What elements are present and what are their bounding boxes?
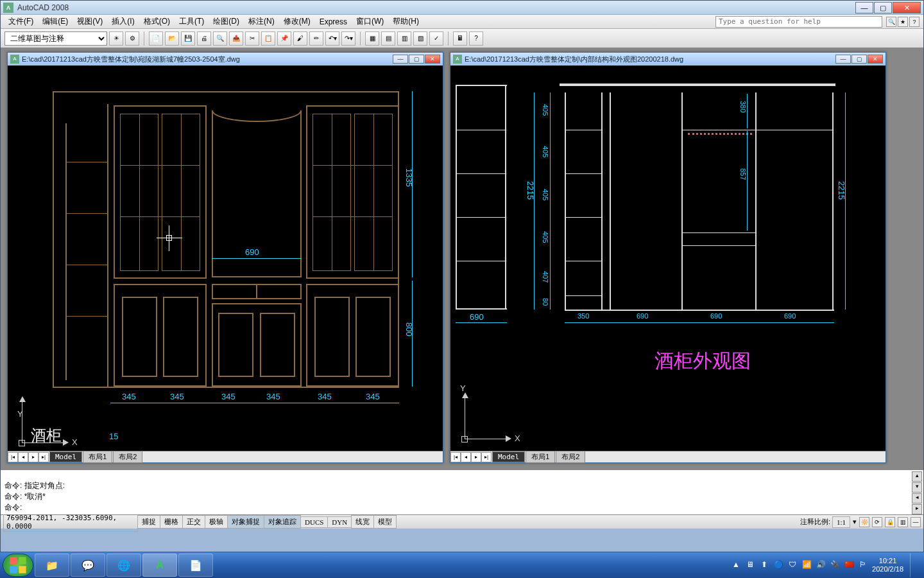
paste-icon[interactable]: 📌 xyxy=(277,31,291,46)
calc-icon[interactable]: 🖩 xyxy=(453,31,467,46)
doc2-max[interactable]: ▢ xyxy=(851,55,867,64)
tray-ime-icon[interactable]: 🇨🇳 xyxy=(844,560,854,570)
show-desktop-button[interactable] xyxy=(910,553,918,577)
menu-view[interactable]: 视图(V) xyxy=(73,15,107,28)
cmd-scroll-dn[interactable]: ▾ xyxy=(912,482,922,493)
otrack-toggle[interactable]: 对象追踪 xyxy=(264,515,301,529)
menu-edit[interactable]: 编辑(E) xyxy=(38,15,72,28)
preview-icon[interactable]: 🔍 xyxy=(213,31,227,46)
doc2-min[interactable]: — xyxy=(835,55,851,64)
tab2-layout2[interactable]: 布局2 xyxy=(556,451,585,463)
menu-modify[interactable]: 修改(M) xyxy=(280,15,314,28)
tab-first[interactable]: |◂ xyxy=(8,452,18,462)
sheetset-icon[interactable]: ▧ xyxy=(413,31,427,46)
menu-format[interactable]: 格式(O) xyxy=(140,15,174,28)
dyn-toggle[interactable]: DYN xyxy=(327,516,352,528)
tray-power-icon[interactable]: 🔌 xyxy=(830,560,840,570)
doc1-canvas[interactable]: 690 1335 xyxy=(8,66,443,451)
ws-sun-icon[interactable]: ☀ xyxy=(109,31,123,46)
menu-file[interactable]: 文件(F) xyxy=(4,15,37,28)
tab2-next[interactable]: ▸ xyxy=(471,452,481,462)
windows-taskbar[interactable]: 📁 💬 🌐 A 📄 ▲ 🖥 ⬆ 🔵 🛡 📶 🔊 🔌 🇨🇳 🏳 10:21 202… xyxy=(0,552,924,578)
tab-next[interactable]: ▸ xyxy=(28,452,38,462)
doc1-titlebar[interactable]: A E:\cad\20171213cad方映雪整体定制\宛陵湖新城7幢2503-… xyxy=(8,53,443,66)
grid-toggle[interactable]: 栅格 xyxy=(160,515,183,529)
doc2-canvas[interactable]: 690 xyxy=(450,66,886,451)
tab2-first[interactable]: |◂ xyxy=(450,452,461,462)
osnap-toggle[interactable]: 对象捕捉 xyxy=(227,515,264,529)
start-button[interactable] xyxy=(3,554,33,577)
tray-monitor-icon[interactable]: 🖥 xyxy=(745,560,755,570)
ducs-toggle[interactable]: DUCS xyxy=(300,516,328,528)
doc2-close[interactable]: ✕ xyxy=(868,55,883,64)
lwt-toggle[interactable]: 线宽 xyxy=(351,515,374,529)
tab-prev[interactable]: ◂ xyxy=(18,452,28,462)
tray-toolbar-icon[interactable]: ▥ xyxy=(898,517,908,527)
lock-icon[interactable]: 🔒 xyxy=(885,517,895,527)
help2-icon[interactable]: ? xyxy=(469,31,483,46)
tab-last[interactable]: ▸| xyxy=(38,452,49,462)
doc1-min[interactable]: — xyxy=(393,55,408,64)
minimize-button[interactable]: — xyxy=(855,2,873,13)
tray-volume-icon[interactable]: 🔊 xyxy=(816,560,826,570)
brush-icon[interactable]: ✏ xyxy=(309,31,323,46)
tray-shield-icon[interactable]: 🛡 xyxy=(787,560,798,570)
search-icon[interactable]: 🔍 xyxy=(886,17,896,27)
doc-window-2[interactable]: A E:\cad\20171213cad方映雪整体定制\内部结构和外观图2020… xyxy=(450,52,886,463)
cmd-scroll-up[interactable]: ▴ xyxy=(912,471,922,482)
new-icon[interactable]: 📄 xyxy=(149,31,163,46)
anno-auto-icon[interactable]: ⟳ xyxy=(872,517,882,527)
help-icon[interactable]: ? xyxy=(909,17,920,27)
copy-icon[interactable]: 📋 xyxy=(261,31,275,46)
anno-scale-value[interactable]: 1:1 xyxy=(832,516,850,528)
titlebar[interactable]: A AutoCAD 2008 — ▢ ✕ xyxy=(1,1,923,15)
menu-tools[interactable]: 工具(T) xyxy=(175,15,208,28)
snap-toggle[interactable]: 捕捉 xyxy=(137,515,160,529)
command-line[interactable]: 命令: 指定对角点: 命令: *取消* 命令: ▴ ▾ ◂ ▸ xyxy=(1,468,923,514)
toolpal-icon[interactable]: ▥ xyxy=(397,31,411,46)
doc1-close[interactable]: ✕ xyxy=(425,55,440,64)
coords-readout[interactable]: 769094.2011, -323035.6090, 0.0000 xyxy=(3,512,138,532)
tab-layout1[interactable]: 布局1 xyxy=(83,451,112,463)
save-icon[interactable]: 💾 xyxy=(181,31,195,46)
redo-icon[interactable]: ↷▾ xyxy=(341,31,355,46)
menu-express[interactable]: Express xyxy=(316,16,351,28)
undo-icon[interactable]: ↶▾ xyxy=(325,31,339,46)
comm-icon[interactable]: ★ xyxy=(898,17,908,27)
designcenter-icon[interactable]: ▤ xyxy=(381,31,395,46)
tray-overflow-icon[interactable]: ▲ xyxy=(731,560,741,570)
close-button[interactable]: ✕ xyxy=(893,2,921,13)
workspace-select[interactable]: 二维草图与注释 xyxy=(4,31,107,46)
maximize-button[interactable]: ▢ xyxy=(874,2,892,13)
menu-dim[interactable]: 标注(N) xyxy=(244,15,278,28)
tab2-last[interactable]: ▸| xyxy=(481,452,492,462)
menu-insert[interactable]: 插入(I) xyxy=(108,15,138,28)
ws-gear-icon[interactable]: ⚙ xyxy=(125,31,139,46)
taskbar-explorer[interactable]: 📁 xyxy=(35,554,69,577)
menu-help[interactable]: 帮助(H) xyxy=(389,15,423,28)
cut-icon[interactable]: ✂ xyxy=(245,31,259,46)
ortho-toggle[interactable]: 正交 xyxy=(182,515,205,529)
cmd-scroll-l[interactable]: ◂ xyxy=(912,493,922,504)
open-icon[interactable]: 📂 xyxy=(165,31,179,46)
tab2-prev[interactable]: ◂ xyxy=(461,452,471,462)
publish-icon[interactable]: 📤 xyxy=(229,31,243,46)
tray-dash-icon[interactable]: — xyxy=(911,517,921,527)
taskbar-autocad[interactable]: A xyxy=(142,554,177,577)
help-search-input[interactable] xyxy=(715,16,882,28)
doc2-titlebar[interactable]: A E:\cad\20171213cad方映雪整体定制\内部结构和外观图2020… xyxy=(450,53,886,66)
plot-icon[interactable]: 🖨 xyxy=(197,31,211,46)
tray-flag-icon[interactable]: 🏳 xyxy=(858,560,868,570)
polar-toggle[interactable]: 极轴 xyxy=(205,515,228,529)
system-tray[interactable]: ▲ 🖥 ⬆ 🔵 🛡 📶 🔊 🔌 🇨🇳 🏳 10:21 2020/2/18 xyxy=(731,553,921,577)
cmd-line-2[interactable]: 命令: xyxy=(4,502,920,513)
tab-layout2[interactable]: 布局2 xyxy=(113,451,142,463)
menu-window[interactable]: 窗口(W) xyxy=(352,15,388,28)
match-icon[interactable]: 🖌 xyxy=(293,31,307,46)
taskbar-notes[interactable]: 📄 xyxy=(178,554,213,577)
cmd-scroll-r[interactable]: ▸ xyxy=(912,504,922,514)
tray-app-icon[interactable]: 🔵 xyxy=(773,560,783,570)
tab2-layout1[interactable]: 布局1 xyxy=(526,451,555,463)
tab-model[interactable]: Model xyxy=(49,451,82,462)
taskbar-wechat[interactable]: 💬 xyxy=(71,554,105,577)
